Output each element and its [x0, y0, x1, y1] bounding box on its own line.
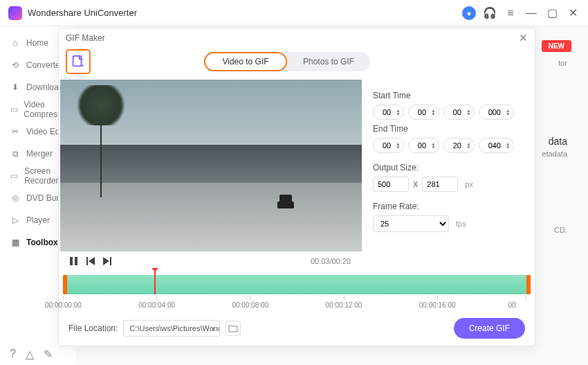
end-time-label: End Time: [373, 124, 524, 134]
end-hours[interactable]: ▲▼: [373, 138, 404, 153]
add-file-button[interactable]: +: [66, 49, 91, 74]
next-frame-button[interactable]: [103, 257, 111, 265]
output-width-input[interactable]: [373, 177, 409, 192]
settings-column: Start Time ▲▼ ▲▼ ▲▼ ▲▼ End Time ▲▼ ▲▼ ▲▼…: [360, 80, 535, 272]
gif-maker-modal: GIF Maker ✕ + Video to GIF Photos to GIF…: [58, 28, 535, 346]
sidebar-item-label: Merger: [26, 149, 53, 159]
stepper-icon[interactable]: ▲▼: [431, 142, 436, 149]
ruler-label: 00:00:08:00: [232, 301, 273, 309]
prev-frame-button[interactable]: [86, 257, 95, 265]
ruler-label: 00:: [508, 301, 549, 309]
bell-icon[interactable]: △: [26, 348, 34, 361]
tab-video-to-gif[interactable]: Video to GIF: [204, 52, 287, 71]
timeline-track[interactable]: [63, 275, 531, 294]
file-location-value: C:\Users\ws\Pictures\Wonders: [129, 324, 220, 332]
end-minutes[interactable]: ▲▼: [408, 138, 439, 153]
preview-scene: [100, 100, 102, 197]
start-minutes[interactable]: ▲▼: [408, 105, 439, 120]
sidebar-item-label: Toolbox: [26, 238, 58, 247]
bg-text: tor: [558, 59, 567, 67]
sidebar-item-label: Converter: [26, 60, 63, 70]
svg-marker-5: [89, 257, 95, 265]
merge-icon: ⧉: [10, 148, 21, 159]
open-folder-button[interactable]: [226, 321, 241, 336]
stepper-icon[interactable]: ▲▼: [396, 142, 401, 149]
menu-icon[interactable]: ≡: [504, 6, 517, 20]
convert-icon: ⟲: [10, 60, 21, 71]
stepper-icon[interactable]: ▲▼: [396, 109, 401, 116]
frame-rate-label: Frame Rate:: [373, 202, 524, 211]
pause-button[interactable]: [70, 257, 78, 265]
timeline-ruler: 00:00:00:00 00:00:04:00 00:00:08:00 00:0…: [63, 296, 531, 312]
video-preview[interactable]: [60, 80, 362, 251]
modal-header: GIF Maker ✕: [59, 28, 535, 48]
bg-text: CD.: [554, 226, 567, 234]
titlebar: Wondershare UniConverter ● 🎧 ≡ — ▢ ✕: [0, 0, 588, 26]
preview-scene: [277, 202, 294, 208]
ruler-label: 00:00:16:00: [419, 301, 461, 309]
start-hours[interactable]: ▲▼: [373, 105, 404, 120]
svg-rect-3: [75, 257, 77, 265]
ruler-label: 00:00:12:00: [326, 301, 367, 309]
new-badge: NEW: [542, 40, 571, 52]
timecode: 00:03/00:20: [311, 257, 351, 265]
modal-footer: File Location: C:\Users\ws\Pictures\Wond…: [59, 312, 535, 346]
px-unit: px: [465, 180, 473, 188]
folder-icon: [228, 324, 238, 332]
file-location-select[interactable]: C:\Users\ws\Pictures\Wonders: [123, 320, 220, 337]
frame-rate-select[interactable]: 25: [373, 215, 449, 232]
playhead[interactable]: [154, 269, 156, 294]
sidebar-item-label: Home: [26, 38, 48, 48]
window-minimize[interactable]: —: [524, 6, 538, 20]
disc-icon: ◎: [10, 193, 21, 204]
play-icon: ▷: [10, 215, 21, 226]
window-close[interactable]: ✕: [566, 6, 580, 20]
record-icon: ▭: [10, 170, 19, 181]
window-maximize[interactable]: ▢: [545, 6, 559, 20]
output-size-label: Output Size:: [373, 163, 524, 172]
sidebar-item-label: Player: [26, 215, 50, 225]
feedback-icon[interactable]: ✎: [44, 348, 53, 361]
tab-photos-to-gif[interactable]: Photos to GIF: [287, 52, 370, 71]
create-gif-button[interactable]: Create GIF: [454, 318, 525, 339]
ruler-label: 00:00:00:00: [45, 301, 86, 309]
preview-column: 00:03/00:20: [59, 80, 360, 272]
start-seconds[interactable]: ▲▼: [443, 105, 475, 120]
ruler-label: 00:00:04:00: [138, 301, 180, 309]
dimension-separator: X: [413, 180, 418, 188]
app-title: Wondershare UniConverter: [28, 8, 458, 18]
add-file-icon: +: [71, 54, 86, 69]
stepper-icon[interactable]: ▲▼: [506, 109, 511, 116]
sidebar-bottom: ? △ ✎: [0, 348, 76, 361]
bg-text: etadata: [542, 150, 567, 158]
help-icon[interactable]: ?: [10, 348, 16, 361]
close-icon[interactable]: ✕: [519, 32, 528, 44]
modal-toolbar: + Video to GIF Photos to GIF: [59, 48, 535, 80]
range-handle-end[interactable]: [526, 275, 531, 294]
end-seconds[interactable]: ▲▼: [443, 138, 475, 153]
stepper-icon[interactable]: ▲▼: [466, 109, 471, 116]
timeline: 00:00:00:00 00:00:04:00 00:00:08:00 00:0…: [59, 272, 535, 312]
range-handle-start[interactable]: [63, 275, 67, 294]
scissors-icon: ✂: [10, 126, 21, 137]
stepper-icon[interactable]: ▲▼: [466, 142, 471, 149]
stepper-icon[interactable]: ▲▼: [431, 109, 436, 116]
start-millis[interactable]: ▲▼: [479, 105, 514, 120]
mode-tabs: Video to GIF Photos to GIF: [204, 52, 370, 71]
start-time-label: Start Time: [373, 91, 524, 100]
user-avatar[interactable]: ●: [462, 6, 476, 20]
svg-text:+: +: [80, 62, 84, 69]
stepper-icon[interactable]: ▲▼: [506, 142, 511, 149]
bg-text: data: [549, 136, 567, 147]
modal-title: GIF Maker: [66, 33, 105, 43]
download-icon: ⬇: [10, 82, 21, 93]
support-icon[interactable]: 🎧: [483, 6, 497, 20]
end-millis[interactable]: ▲▼: [479, 138, 514, 153]
player-controls: 00:03/00:20: [60, 251, 360, 271]
output-height-input[interactable]: [422, 177, 458, 192]
svg-rect-2: [70, 257, 73, 265]
grid-icon: ▦: [10, 237, 21, 248]
svg-marker-6: [103, 257, 109, 265]
svg-rect-4: [86, 257, 88, 265]
svg-rect-7: [110, 257, 111, 265]
